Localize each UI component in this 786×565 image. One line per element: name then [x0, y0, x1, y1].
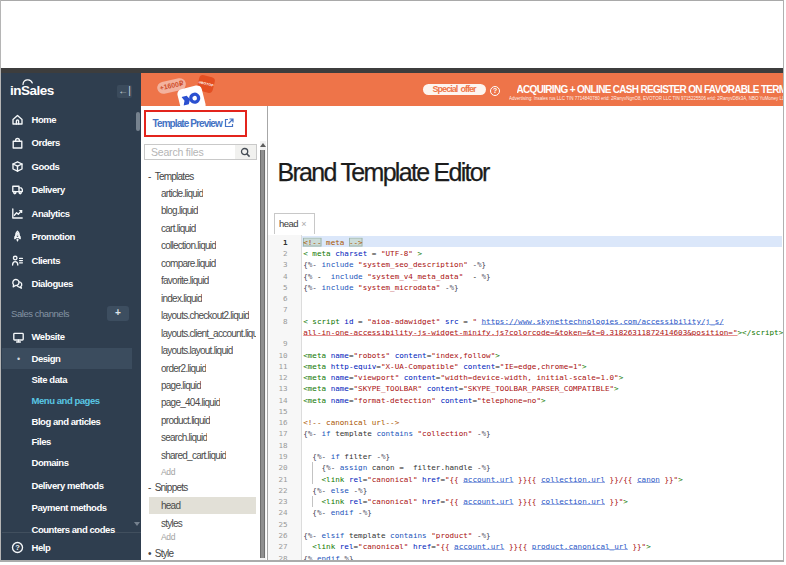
svg-text:?: ? [15, 543, 20, 552]
